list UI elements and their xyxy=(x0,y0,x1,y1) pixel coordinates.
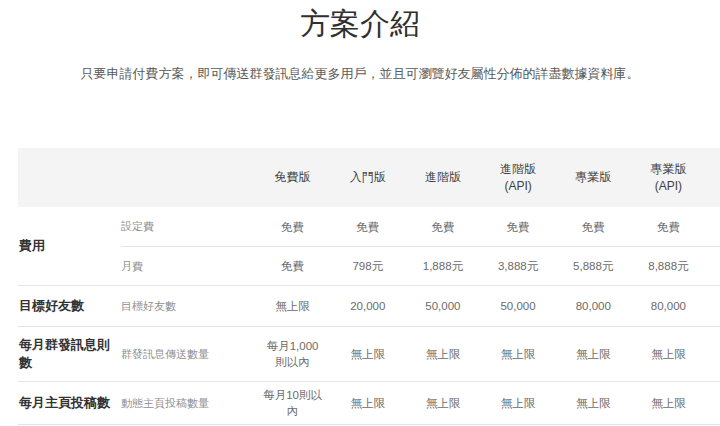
plan-header-entry: 入門版 xyxy=(330,169,405,186)
table-row-home-posts: 動態主頁投稿數量 每月10則以 內 無上限 無上限 無上限 無上限 無上限 xyxy=(121,382,720,424)
value-cell: 免費 xyxy=(330,219,405,235)
table-group-fee: 費用 設定費 免費 免費 免費 免費 免費 免費 月費 免費 798元 1,88… xyxy=(18,207,720,286)
row-category-home-posts: 每月主頁投稿數 xyxy=(18,382,121,424)
table-row-broadcast-messages: 群發訊息傳送數量 每月1,000 則以內 無上限 無上限 無上限 無上限 無上限 xyxy=(121,327,720,381)
value-cell: 50,000 xyxy=(405,298,480,314)
value-cell: 無上限 xyxy=(631,395,706,411)
row-category-fee: 費用 xyxy=(18,207,121,285)
value-cell: 3,888元 xyxy=(480,258,555,274)
value-cell: 免費 xyxy=(255,219,330,235)
value-cell: 無上限 xyxy=(255,298,330,314)
value-cell: 每月10則以 內 xyxy=(255,387,330,419)
table-group-home-posts: 每月主頁投稿數 動態主頁投稿數量 每月10則以 內 無上限 無上限 無上限 無上… xyxy=(18,382,720,425)
broadcast-subrows: 群發訊息傳送數量 每月1,000 則以內 無上限 無上限 無上限 無上限 無上限 xyxy=(121,327,720,381)
plan-header-row: 免費版 入門版 進階版 進階版 (API) 專業版 專業版 (API) xyxy=(18,148,720,207)
value-cell: 無上限 xyxy=(480,346,555,362)
home-posts-subrows: 動態主頁投稿數量 每月10則以 內 無上限 無上限 無上限 無上限 無上限 xyxy=(121,382,720,424)
value-cell: 無上限 xyxy=(631,346,706,362)
value-cell: 無上限 xyxy=(330,346,405,362)
value-cell: 50,000 xyxy=(480,298,555,314)
row-label-broadcast-messages: 群發訊息傳送數量 xyxy=(121,347,255,362)
plan-header-pro: 專業版 xyxy=(556,169,631,186)
plan-header-free: 免費版 xyxy=(255,169,330,186)
value-cell: 20,000 xyxy=(330,298,405,314)
plan-header-pro-api: 專業版 (API) xyxy=(631,161,706,195)
table-row-setup-fee: 設定費 免費 免費 免費 免費 免費 免費 xyxy=(121,207,720,246)
row-label-setup-fee: 設定費 xyxy=(121,219,255,234)
row-label-monthly-fee: 月費 xyxy=(121,259,255,274)
value-cell: 每月1,000 則以內 xyxy=(255,338,330,370)
row-label-home-posts: 動態主頁投稿數量 xyxy=(121,396,255,411)
row-category-broadcast-messages: 每月群發訊息則數 xyxy=(18,327,121,381)
value-cell: 免費 xyxy=(631,219,706,235)
table-group-broadcast-messages: 每月群發訊息則數 群發訊息傳送數量 每月1,000 則以內 無上限 無上限 無上… xyxy=(18,327,720,382)
value-cell: 5,888元 xyxy=(556,258,631,274)
value-cell: 1,888元 xyxy=(405,258,480,274)
value-cell: 免費 xyxy=(405,219,480,235)
page-subtitle: 只要申請付費方案，即可傳送群發訊息給更多用戶，並且可瀏覽好友屬性分佈的詳盡數據資… xyxy=(0,66,720,82)
value-cell: 80,000 xyxy=(631,298,706,314)
value-cell: 無上限 xyxy=(480,395,555,411)
value-cell: 免費 xyxy=(556,219,631,235)
plan-header-advanced: 進階版 xyxy=(405,169,480,186)
table-row-monthly-fee: 月費 免費 798元 1,888元 3,888元 5,888元 8,888元 xyxy=(121,246,720,285)
value-cell: 無上限 xyxy=(330,395,405,411)
page-title: 方案介紹 xyxy=(0,6,720,42)
table-row-target-friends: 目標好友數 無上限 20,000 50,000 50,000 80,000 80… xyxy=(121,286,720,326)
target-friends-subrows: 目標好友數 無上限 20,000 50,000 50,000 80,000 80… xyxy=(121,286,720,326)
value-cell: 8,888元 xyxy=(631,258,706,274)
fee-subrows: 設定費 免費 免費 免費 免費 免費 免費 月費 免費 798元 1,888元 … xyxy=(121,207,720,285)
pricing-table: 免費版 入門版 進階版 進階版 (API) 專業版 專業版 (API) 費用 設… xyxy=(18,148,720,425)
value-cell: 無上限 xyxy=(556,346,631,362)
value-cell: 免費 xyxy=(255,258,330,274)
plan-header-advanced-api: 進階版 (API) xyxy=(480,161,555,195)
row-category-target-friends: 目標好友數 xyxy=(18,286,121,326)
value-cell: 80,000 xyxy=(556,298,631,314)
value-cell: 無上限 xyxy=(405,395,480,411)
row-label-target-friends: 目標好友數 xyxy=(121,299,255,314)
value-cell: 免費 xyxy=(480,219,555,235)
value-cell: 無上限 xyxy=(405,346,480,362)
table-group-target-friends: 目標好友數 目標好友數 無上限 20,000 50,000 50,000 80,… xyxy=(18,286,720,327)
value-cell: 無上限 xyxy=(556,395,631,411)
value-cell: 798元 xyxy=(330,258,405,274)
